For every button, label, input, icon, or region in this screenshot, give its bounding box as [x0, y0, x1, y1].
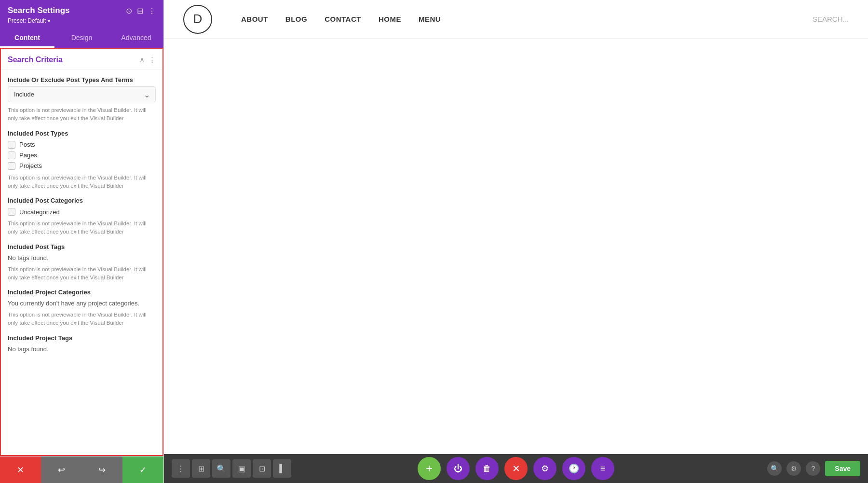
toolbar-search-right-icon[interactable]: 🔍	[767, 461, 782, 476]
nav-search[interactable]: SEARCH...	[813, 15, 849, 23]
panel-content: Include Or Exclude Post Types And Terms …	[1, 69, 163, 363]
info-text-4: This option is not previewable in the Vi…	[8, 265, 156, 282]
nav-about[interactable]: ABOUT	[241, 15, 268, 23]
project-tags-label: Included Project Tags	[8, 334, 156, 342]
layers-button[interactable]: ≡	[591, 457, 614, 480]
panel-tabs: Content Design Advanced	[0, 29, 163, 48]
toolbar-right: 🔍 ⚙ ? Save	[767, 461, 860, 476]
redo-button[interactable]: ↪	[82, 456, 123, 483]
toolbar-grid-icon[interactable]: ⊞	[192, 459, 210, 478]
nav-links: ABOUT BLOG CONTACT HOME MENU	[241, 15, 793, 23]
delete-button[interactable]: 🗑	[475, 457, 499, 480]
toolbar-mobile-icon[interactable]: ▌	[273, 459, 291, 478]
checkbox-projects: Projects	[8, 162, 156, 170]
tab-advanced[interactable]: Advanced	[109, 29, 163, 48]
toolbar-help-icon[interactable]: ?	[806, 461, 820, 476]
include-exclude-select[interactable]: Include Exclude	[8, 86, 156, 102]
close-button[interactable]: ✕	[504, 457, 528, 480]
section-header-icons: ∧ ⋮	[139, 55, 156, 64]
checkbox-projects-input[interactable]	[8, 162, 15, 170]
checkbox-uncategorized-input[interactable]	[8, 208, 15, 216]
toolbar-center: + ⏻ 🗑 ✕ ⚙ 🕐 ≡	[418, 457, 614, 480]
nav-menu[interactable]: MENU	[419, 15, 441, 23]
checkbox-uncategorized-label: Uncategorized	[19, 208, 60, 216]
collapse-icon[interactable]: ∧	[139, 55, 145, 64]
logo: D	[183, 5, 212, 34]
section-header: Search Criteria ∧ ⋮	[1, 49, 163, 69]
panel-title: Search Settings	[8, 6, 70, 15]
bottom-toolbar: ⋮ ⊞ 🔍 ▣ ⊡ ▌ + ⏻ 🗑 ✕ ⚙ 🕐 ≡ 🔍 ⚙ ? Save	[164, 454, 868, 483]
tags-label: Included Post Tags	[8, 243, 156, 250]
toolbar-menu-icon[interactable]: ⋮	[172, 459, 190, 478]
categories-checkboxes: Uncategorized	[8, 208, 156, 216]
nav-home[interactable]: HOME	[379, 15, 401, 23]
info-text-1: This option is not previewable in the Vi…	[8, 106, 156, 123]
power-button[interactable]: ⏻	[447, 457, 470, 480]
toolbar-tablet-icon[interactable]: ⊡	[253, 459, 271, 478]
tab-content[interactable]: Content	[0, 29, 54, 48]
tab-design[interactable]: Design	[54, 29, 109, 48]
panel-bottom: ✕ ↩ ↪ ✓	[0, 456, 163, 483]
toolbar-left: ⋮ ⊞ 🔍 ▣ ⊡ ▌	[172, 459, 291, 478]
undo-button[interactable]: ↩	[41, 456, 82, 483]
include-exclude-select-wrapper: Include Exclude	[8, 86, 156, 102]
checkbox-posts-label: Posts	[19, 141, 35, 148]
add-button[interactable]: +	[418, 457, 441, 480]
categories-label: Included Post Categories	[8, 197, 156, 204]
checkbox-uncategorized: Uncategorized	[8, 208, 156, 216]
checkbox-pages: Pages	[8, 152, 156, 159]
info-text-3: This option is not previewable in the Vi…	[8, 220, 156, 236]
panel-header: Search Settings ⊙ ⊟ ⋮ Preset: Default ▾	[0, 0, 163, 29]
toolbar-search-icon[interactable]: 🔍	[212, 459, 231, 478]
info-text-2: This option is not previewable in the Vi…	[8, 174, 156, 191]
post-types-checkboxes: Posts Pages Projects	[8, 141, 156, 170]
checkbox-pages-label: Pages	[19, 152, 37, 159]
checkbox-posts: Posts	[8, 141, 156, 149]
more-icon[interactable]: ⋮	[148, 6, 156, 15]
checkbox-projects-label: Projects	[19, 162, 42, 169]
settings-button[interactable]: ⚙	[533, 457, 556, 480]
canvas-area	[164, 39, 868, 454]
nav-contact[interactable]: CONTACT	[325, 15, 361, 23]
info-text-5: This option is not previewable in the Vi…	[8, 311, 156, 328]
confirm-button[interactable]: ✓	[122, 456, 163, 483]
nav-blog[interactable]: BLOG	[285, 15, 307, 23]
project-categories-label: Included Project Categories	[8, 289, 156, 296]
left-panel: Search Settings ⊙ ⊟ ⋮ Preset: Default ▾ …	[0, 0, 164, 483]
top-nav: D ABOUT BLOG CONTACT HOME MENU SEARCH...	[164, 0, 868, 39]
checkbox-pages-input[interactable]	[8, 152, 15, 159]
panel-header-icons: ⊙ ⊟ ⋮	[126, 6, 156, 15]
preset-label[interactable]: Preset: Default ▾	[8, 17, 156, 24]
section-more-icon[interactable]: ⋮	[149, 55, 156, 64]
main-area: D ABOUT BLOG CONTACT HOME MENU SEARCH...…	[164, 0, 868, 483]
include-exclude-label: Include Or Exclude Post Types And Terms	[8, 76, 156, 83]
save-button[interactable]: Save	[825, 461, 860, 476]
no-tags-text: No tags found.	[8, 254, 156, 262]
panel-body: Search Criteria ∧ ⋮ Include Or Exclude P…	[0, 48, 163, 456]
toolbar-desktop-icon[interactable]: ▣	[232, 459, 251, 478]
layout-icon[interactable]: ⊟	[137, 6, 143, 15]
cancel-button[interactable]: ✕	[0, 456, 41, 483]
history-button[interactable]: 🕐	[562, 457, 585, 480]
no-project-categories-text: You currently don't have any project cat…	[8, 300, 156, 307]
post-types-label: Included Post Types	[8, 130, 156, 137]
checkbox-posts-input[interactable]	[8, 141, 15, 149]
no-project-tags-text: No tags found.	[8, 345, 156, 353]
toolbar-settings-right-icon[interactable]: ⚙	[787, 461, 801, 476]
section-title: Search Criteria	[8, 55, 63, 64]
sync-icon[interactable]: ⊙	[126, 6, 132, 15]
